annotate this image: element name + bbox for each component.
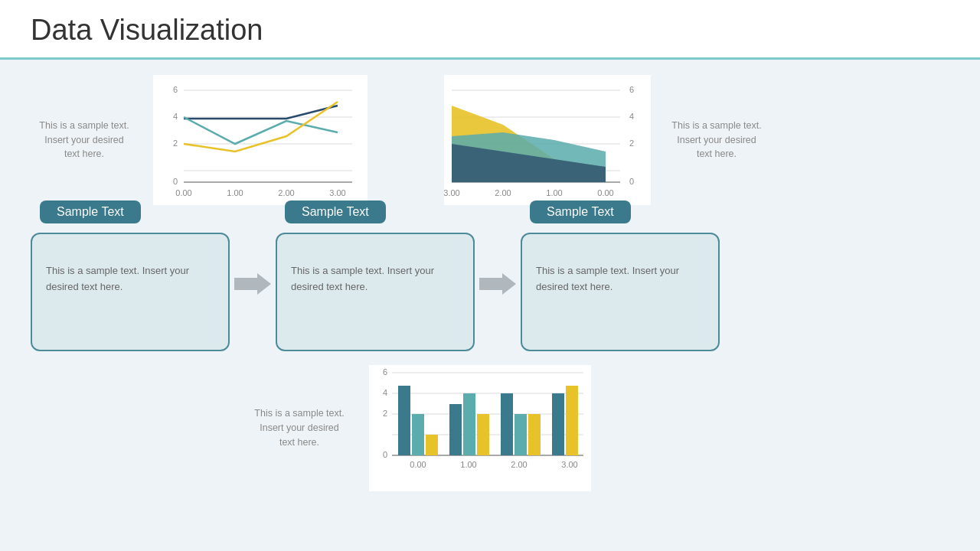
bar-chart: 6 4 2 0: [369, 365, 591, 491]
svg-text:6: 6: [383, 367, 387, 377]
line-chart-section: 6 4 2 0 0.00 1.00 2.00 3.00: [153, 75, 368, 205]
card-3-header: Sample Text: [530, 201, 631, 223]
svg-text:2.00: 2.00: [495, 188, 511, 197]
line-chart: 6 4 2 0 0.00 1.00 2.00 3.00: [153, 75, 368, 205]
card-2-body: This is a sample text. Insert your desir…: [291, 263, 459, 295]
svg-rect-46: [501, 393, 513, 455]
svg-text:2: 2: [629, 139, 634, 148]
card-1-body: This is a sample text. Insert your desir…: [46, 263, 214, 295]
page: Data Visualization This is a sample text…: [0, 0, 980, 551]
svg-text:2.00: 2.00: [278, 188, 294, 197]
svg-text:0.00: 0.00: [597, 188, 613, 197]
svg-rect-47: [514, 414, 527, 455]
svg-text:6: 6: [173, 85, 178, 94]
svg-marker-30: [479, 273, 516, 295]
header: Data Visualization: [0, 0, 980, 60]
svg-text:0.00: 0.00: [175, 188, 191, 197]
mid-row: Sample Text This is a sample text. Inser…: [31, 216, 949, 351]
svg-rect-53: [566, 386, 578, 455]
svg-text:4: 4: [629, 112, 634, 121]
svg-marker-29: [234, 273, 271, 295]
svg-text:0: 0: [383, 450, 387, 459]
svg-text:3.00: 3.00: [444, 188, 460, 197]
svg-text:1.00: 1.00: [460, 460, 476, 469]
svg-rect-40: [398, 386, 410, 455]
svg-rect-45: [477, 414, 489, 455]
area-chart: 6 4 2 0 3.00 2.00 1.00 0.00: [444, 75, 651, 205]
card-wrapper-2: Sample Text This is a sample text. Inser…: [276, 216, 475, 351]
card-3: This is a sample text. Insert your desir…: [521, 233, 720, 351]
card-1-header: Sample Text: [40, 201, 141, 223]
svg-text:1.00: 1.00: [546, 188, 562, 197]
bottom-row: This is a sample text. Insert your desir…: [31, 365, 949, 491]
svg-text:4: 4: [383, 388, 387, 397]
card-wrapper-1: Sample Text This is a sample text. Inser…: [31, 216, 230, 351]
svg-rect-42: [426, 435, 438, 455]
card-1: This is a sample text. Insert your desir…: [31, 233, 230, 351]
card-2-header: Sample Text: [285, 201, 386, 223]
svg-rect-43: [449, 404, 462, 455]
arrow-2: [475, 272, 521, 296]
svg-text:6: 6: [629, 85, 634, 94]
top-row: This is a sample text. Insert your desir…: [31, 75, 949, 205]
card-wrapper-3: Sample Text This is a sample text. Inser…: [521, 216, 720, 351]
svg-text:3.00: 3.00: [561, 460, 577, 469]
svg-text:2: 2: [173, 139, 178, 148]
bottom-left-text: This is a sample text. Insert your desir…: [242, 406, 357, 449]
svg-text:3.00: 3.00: [329, 188, 345, 197]
svg-text:0: 0: [629, 177, 634, 186]
page-title: Data Visualization: [31, 14, 949, 47]
svg-rect-48: [528, 414, 541, 455]
card-3-body: This is a sample text. Insert your desir…: [536, 263, 704, 295]
arrow-1: [230, 272, 276, 296]
svg-text:0: 0: [173, 177, 178, 186]
card-2: This is a sample text. Insert your desir…: [276, 233, 475, 351]
svg-text:1.00: 1.00: [227, 188, 243, 197]
top-left-text: This is a sample text. Insert your desir…: [31, 119, 138, 161]
main-content: This is a sample text. Insert your desir…: [0, 60, 980, 499]
svg-text:2: 2: [383, 409, 387, 418]
svg-rect-41: [412, 414, 424, 455]
area-chart-section: 6 4 2 0 3.00 2.00 1.00 0.00: [444, 75, 770, 205]
svg-text:0.00: 0.00: [410, 460, 426, 469]
svg-rect-44: [463, 393, 475, 455]
svg-text:2.00: 2.00: [511, 460, 527, 469]
top-right-text: This is a sample text. Insert your desir…: [663, 119, 770, 161]
svg-text:4: 4: [173, 112, 178, 121]
